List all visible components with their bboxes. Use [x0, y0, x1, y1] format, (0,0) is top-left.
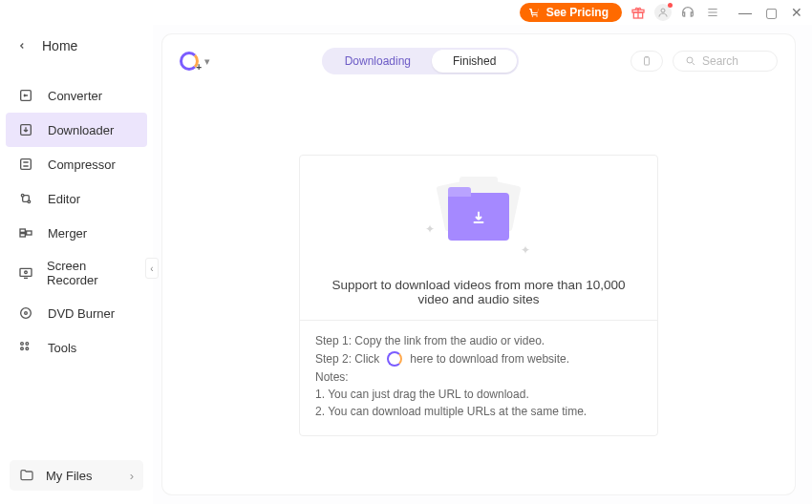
- app-logo-icon: [387, 351, 402, 367]
- close-button[interactable]: ✕: [791, 5, 802, 20]
- chevron-right-icon: ›: [130, 469, 134, 483]
- tab-downloading[interactable]: Downloading: [324, 50, 432, 73]
- sidebar-item-compressor[interactable]: Compressor: [0, 147, 153, 181]
- notes-label: Notes:: [315, 370, 642, 384]
- window-controls: — ▢ ✕: [738, 5, 802, 20]
- sparkle-icon: ✦: [521, 243, 530, 257]
- empty-state-card: ✦ ✦ Support to download videos from more…: [299, 155, 658, 436]
- sidebar-item-label: DVD Burner: [48, 306, 115, 321]
- tools-icon: [17, 339, 34, 356]
- svg-point-20: [26, 347, 29, 350]
- gift-icon[interactable]: [630, 4, 647, 21]
- sidebar-item-label: Merger: [48, 226, 87, 241]
- minimize-button[interactable]: —: [738, 5, 752, 20]
- svg-rect-21: [645, 57, 650, 65]
- notification-dot: [668, 3, 673, 8]
- back-icon: [17, 41, 27, 51]
- svg-point-8: [21, 194, 24, 197]
- titlebar: See Pricing — ▢ ✕: [0, 0, 812, 25]
- svg-point-0: [531, 15, 533, 17]
- sidebar-item-label: Editor: [48, 192, 80, 206]
- svg-point-14: [24, 271, 27, 274]
- screen-recorder-icon: [17, 264, 33, 282]
- folder-icon: [448, 193, 509, 241]
- sparkle-icon: ✦: [425, 222, 435, 236]
- sidebar-item-editor[interactable]: Editor: [0, 181, 153, 216]
- tabs: Downloading Finished: [322, 48, 520, 74]
- sidebar-item-label: Screen Recorder: [47, 259, 136, 287]
- download-illustration: ✦ ✦: [300, 169, 657, 264]
- paste-url-button[interactable]: [630, 51, 663, 72]
- svg-rect-10: [20, 229, 25, 232]
- menu-icon[interactable]: [704, 4, 721, 21]
- sidebar-item-label: Tools: [48, 341, 76, 355]
- cart-icon: [527, 7, 541, 18]
- note-2: 2. You can download multiple URLs at the…: [315, 405, 642, 418]
- support-icon[interactable]: [679, 4, 696, 21]
- converter-icon: [17, 87, 34, 104]
- search-box[interactable]: [673, 51, 778, 72]
- downloader-icon: [17, 121, 34, 138]
- add-url-button[interactable]: + ▾: [180, 52, 210, 71]
- step-2: Step 2: Click here to download from webs…: [315, 351, 642, 367]
- sidebar-item-merger[interactable]: Merger: [0, 216, 153, 250]
- main-area: + ▾ Downloading Finished: [153, 25, 812, 504]
- tab-finished[interactable]: Finished: [432, 50, 517, 73]
- my-files-button[interactable]: My Files ›: [10, 460, 143, 491]
- dvd-icon: [17, 304, 34, 322]
- svg-point-18: [26, 343, 29, 346]
- svg-rect-12: [27, 231, 32, 235]
- sidebar-item-tools[interactable]: Tools: [0, 330, 153, 365]
- folder-icon: [19, 468, 34, 483]
- merger-icon: [17, 224, 34, 242]
- instructions: Step 1: Copy the link from the audio or …: [300, 320, 657, 435]
- svg-point-15: [21, 308, 32, 319]
- note-1: 1. You can just drag the URL to download…: [315, 388, 642, 401]
- svg-rect-11: [20, 234, 25, 237]
- sidebar: Home Converter Downloader Compressor Edi…: [0, 25, 153, 504]
- search-icon: [685, 55, 696, 67]
- step-1: Step 1: Copy the link from the audio or …: [315, 334, 642, 347]
- maximize-button[interactable]: ▢: [765, 5, 778, 20]
- compressor-icon: [17, 156, 34, 173]
- app-logo-icon: +: [180, 52, 199, 71]
- sidebar-item-screen-recorder[interactable]: Screen Recorder: [0, 250, 153, 296]
- svg-point-16: [25, 312, 28, 315]
- my-files-label: My Files: [46, 469, 92, 483]
- home-label: Home: [42, 38, 77, 53]
- editor-icon: [17, 190, 34, 207]
- svg-point-17: [21, 343, 24, 346]
- search-input[interactable]: [702, 54, 765, 68]
- home-nav[interactable]: Home: [0, 31, 153, 61]
- pricing-label: See Pricing: [546, 6, 609, 19]
- chevron-down-icon: ▾: [204, 55, 210, 68]
- svg-point-22: [687, 57, 693, 63]
- svg-point-1: [536, 15, 538, 17]
- sidebar-item-label: Downloader: [48, 123, 114, 137]
- sidebar-collapse-handle[interactable]: ‹: [145, 258, 159, 279]
- sidebar-item-converter[interactable]: Converter: [0, 78, 153, 113]
- svg-point-4: [661, 9, 665, 12]
- svg-rect-13: [20, 268, 32, 276]
- sidebar-item-downloader[interactable]: Downloader: [6, 113, 147, 147]
- sidebar-item-dvd-burner[interactable]: DVD Burner: [0, 296, 153, 330]
- sidebar-item-label: Converter: [48, 89, 102, 103]
- svg-point-9: [28, 200, 31, 203]
- panel-header: + ▾ Downloading Finished: [162, 34, 795, 88]
- account-icon[interactable]: [654, 4, 672, 21]
- sidebar-item-label: Compressor: [48, 158, 116, 172]
- support-text: Support to download videos from more tha…: [300, 264, 657, 320]
- svg-point-19: [21, 347, 24, 350]
- svg-rect-7: [21, 159, 32, 170]
- see-pricing-button[interactable]: See Pricing: [520, 3, 622, 22]
